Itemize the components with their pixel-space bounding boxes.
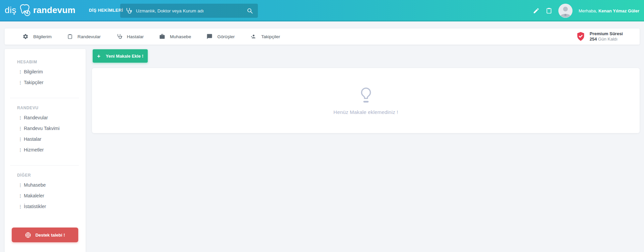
sidebar-item-hizmetler[interactable]: ⋮ Hizmetler — [5, 144, 86, 155]
premium-status: Premium Süresi 254 Gün Kaldı — [576, 28, 623, 45]
nav-item-bilgilerim[interactable]: Bilgilerim — [22, 34, 52, 40]
header-actions: Merhaba,Kenan Yılmaz Güler — [533, 0, 639, 21]
sidebar-divider — [10, 165, 79, 166]
articles-empty-card: Henüz Makale eklemediniz ! — [92, 68, 640, 133]
sidebar-item-randevu-takvimi[interactable]: ⋮ Randevu Takvimi — [5, 123, 86, 134]
edit-icon-button[interactable] — [533, 7, 540, 14]
sidebar-item-hastalar[interactable]: ⋮ Hastalar — [5, 134, 86, 144]
tooth-clock-icon — [18, 4, 33, 17]
logo[interactable]: diş randevum — [5, 4, 76, 17]
ellipsis-vertical-icon: ⋮ — [18, 148, 24, 152]
sidebar-section-diger: DİĞER ⋮ Muhasebe ⋮ Makaleler ⋮ İstatisti… — [5, 173, 86, 216]
ellipsis-vertical-icon: ⋮ — [18, 183, 24, 187]
sidebar-item-randevular[interactable]: ⋮ Randevular — [5, 112, 86, 123]
sidebar-item-label: Hastalar — [24, 136, 41, 142]
nav-item-label: Hastalar — [127, 34, 144, 39]
search-bar — [120, 4, 258, 18]
ellipsis-vertical-icon: ⋮ — [18, 194, 24, 198]
clipboard-icon — [546, 7, 552, 14]
add-article-button[interactable]: + Yeni Makale Ekle ! — [93, 49, 148, 63]
nav-item-randevular[interactable]: Randevular — [67, 34, 101, 40]
nav-item-label: Randevular — [78, 34, 101, 39]
ellipsis-vertical-icon: ⋮ — [18, 116, 24, 120]
main-navbar: Bilgilerim Randevular Hastalar Muhasebe — [5, 28, 640, 45]
sidebar-section-title: RANDEVU — [17, 106, 86, 110]
ellipsis-vertical-icon: ⋮ — [18, 126, 24, 131]
nav-items: Bilgilerim Randevular Hastalar Muhasebe — [22, 34, 280, 40]
stethoscope-icon — [116, 34, 122, 40]
sidebar-item-label: Randevu Takvimi — [24, 126, 59, 131]
premium-title: Premium Süresi — [590, 31, 623, 37]
search-icon[interactable] — [246, 7, 253, 14]
nav-item-label: Bilgilerim — [33, 34, 52, 39]
chat-icon — [206, 34, 213, 40]
sidebar-section-hesabim: HESABIM ⋮ Bilgilerim ⋮ Takipçiler — [5, 60, 86, 92]
lightbulb-icon — [358, 86, 374, 105]
nav-item-takipciler[interactable]: Takipçiler — [250, 34, 280, 40]
logo-text-bold: randevum — [33, 5, 76, 15]
stethoscope-icon — [125, 7, 132, 14]
followers-icon — [250, 34, 257, 40]
portal-label: DİŞ HEKİMLERİ — [89, 8, 123, 13]
sidebar-section-title: HESABIM — [17, 60, 86, 64]
ellipsis-vertical-icon: ⋮ — [18, 204, 24, 209]
sidebar-item-takipciler[interactable]: ⋮ Takipçiler — [5, 77, 86, 88]
sidebar-item-label: İstatistikler — [24, 204, 46, 209]
briefcase-icon — [159, 34, 165, 40]
sidebar-item-muhasebe[interactable]: ⋮ Muhasebe — [5, 180, 86, 190]
premium-days-suffix: Gün Kaldı — [598, 37, 617, 42]
shield-check-icon — [576, 32, 585, 42]
pencil-icon — [533, 7, 540, 14]
sidebar-item-label: Muhasebe — [24, 182, 46, 188]
gear-icon — [22, 34, 29, 40]
sidebar-item-label: Hizmetler — [24, 147, 44, 152]
sidebar-item-istatistikler[interactable]: ⋮ İstatistikler — [5, 201, 86, 212]
support-request-button[interactable]: Destek talebi ! — [12, 228, 78, 242]
clipboard-icon — [67, 34, 73, 40]
nav-item-gorusler[interactable]: Görüşler — [206, 34, 235, 40]
nav-item-label: Görüşler — [217, 34, 235, 39]
sidebar: HESABIM ⋮ Bilgilerim ⋮ Takipçiler RANDEV… — [5, 49, 86, 252]
sidebar-item-label: Bilgilerim — [24, 69, 43, 74]
sidebar-item-label: Makaleler — [24, 193, 44, 198]
sidebar-item-bilgilerim[interactable]: ⋮ Bilgilerim — [5, 66, 86, 77]
appointments-icon-button[interactable] — [546, 7, 552, 14]
nav-item-muhasebe[interactable]: Muhasebe — [159, 34, 191, 40]
nav-item-label: Muhasebe — [170, 34, 191, 39]
premium-text: Premium Süresi 254 Gün Kaldı — [590, 31, 623, 42]
logo-text-light: diş — [5, 5, 16, 15]
sidebar-divider — [10, 98, 79, 98]
premium-days: 254 Gün Kaldı — [590, 37, 623, 42]
sidebar-item-label: Takipçiler — [24, 80, 43, 85]
support-button-label: Destek talebi ! — [35, 233, 65, 238]
sidebar-section-title: DİĞER — [17, 173, 86, 178]
page: diş randevum DİŞ HEKİMLERİ — [0, 0, 644, 252]
empty-state-message: Henüz Makale eklemediniz ! — [333, 109, 398, 115]
sidebar-section-randevu: RANDEVU ⋮ Randevular ⋮ Randevu Takvimi ⋮… — [5, 106, 86, 160]
nav-item-hastalar[interactable]: Hastalar — [116, 34, 144, 40]
add-article-label: Yeni Makale Ekle ! — [106, 54, 143, 59]
sidebar-item-makaleler[interactable]: ⋮ Makaleler — [5, 190, 86, 201]
ellipsis-vertical-icon: ⋮ — [18, 137, 24, 141]
user-name: Kenan Yılmaz Güler — [598, 8, 639, 13]
sidebar-item-label: Randevular — [24, 115, 48, 120]
nav-item-label: Takipçiler — [261, 34, 280, 39]
user-greeting: Merhaba,Kenan Yılmaz Güler — [579, 8, 639, 13]
ellipsis-vertical-icon: ⋮ — [18, 80, 24, 85]
greeting-prefix: Merhaba, — [579, 8, 597, 13]
avatar[interactable] — [558, 4, 572, 18]
search-input[interactable] — [135, 8, 243, 14]
premium-days-count: 254 — [590, 37, 597, 42]
top-header: diş randevum DİŞ HEKİMLERİ — [0, 0, 644, 21]
ellipsis-vertical-icon: ⋮ — [18, 70, 24, 74]
lifebuoy-icon — [25, 232, 31, 238]
plus-icon: + — [97, 53, 100, 59]
